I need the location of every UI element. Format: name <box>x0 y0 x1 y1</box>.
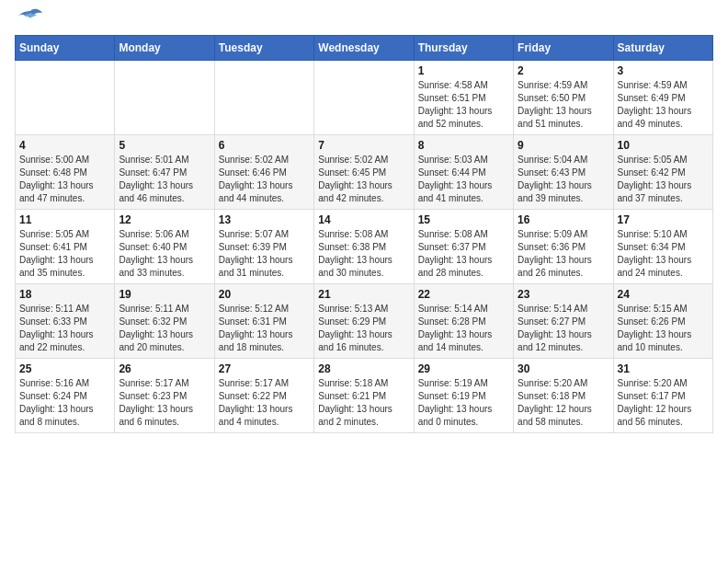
calendar-cell: 26Sunrise: 5:17 AM Sunset: 6:23 PM Dayli… <box>115 359 214 433</box>
day-number: 13 <box>219 213 310 226</box>
day-number: 24 <box>618 288 709 301</box>
day-number: 17 <box>618 213 709 226</box>
day-number: 5 <box>119 139 210 152</box>
day-number: 31 <box>618 362 709 375</box>
day-info: Sunrise: 5:17 AM Sunset: 6:22 PM Dayligh… <box>219 377 310 429</box>
calendar-week-row: 4Sunrise: 5:00 AM Sunset: 6:48 PM Daylig… <box>16 135 713 210</box>
day-info: Sunrise: 5:02 AM Sunset: 6:45 PM Dayligh… <box>318 154 409 205</box>
calendar-cell <box>16 61 115 135</box>
day-info: Sunrise: 5:03 AM Sunset: 6:44 PM Dayligh… <box>418 154 509 205</box>
calendar-cell: 29Sunrise: 5:19 AM Sunset: 6:19 PM Dayli… <box>414 359 513 433</box>
calendar-cell: 8Sunrise: 5:03 AM Sunset: 6:44 PM Daylig… <box>414 135 513 210</box>
calendar-cell: 5Sunrise: 5:01 AM Sunset: 6:47 PM Daylig… <box>115 135 214 210</box>
weekday-header-tuesday: Tuesday <box>214 36 313 61</box>
day-number: 3 <box>618 64 709 77</box>
day-info: Sunrise: 5:07 AM Sunset: 6:39 PM Dayligh… <box>219 228 310 280</box>
day-info: Sunrise: 5:11 AM Sunset: 6:33 PM Dayligh… <box>19 303 110 354</box>
calendar-week-row: 11Sunrise: 5:05 AM Sunset: 6:41 PM Dayli… <box>16 210 713 284</box>
day-number: 4 <box>19 139 110 152</box>
calendar-cell: 11Sunrise: 5:05 AM Sunset: 6:41 PM Dayli… <box>16 210 115 284</box>
calendar-cell: 23Sunrise: 5:14 AM Sunset: 6:27 PM Dayli… <box>514 284 613 359</box>
day-number: 30 <box>518 362 609 375</box>
day-number: 27 <box>219 362 310 375</box>
calendar-cell: 18Sunrise: 5:11 AM Sunset: 6:33 PM Dayli… <box>16 284 115 359</box>
day-info: Sunrise: 5:08 AM Sunset: 6:38 PM Dayligh… <box>318 228 409 280</box>
day-number: 18 <box>19 288 110 301</box>
page-header <box>15 15 713 28</box>
calendar-body: 1Sunrise: 4:58 AM Sunset: 6:51 PM Daylig… <box>16 61 713 433</box>
day-info: Sunrise: 5:04 AM Sunset: 6:43 PM Dayligh… <box>518 154 609 205</box>
calendar-cell: 2Sunrise: 4:59 AM Sunset: 6:50 PM Daylig… <box>514 61 613 135</box>
day-number: 8 <box>418 139 509 152</box>
calendar-cell: 20Sunrise: 5:12 AM Sunset: 6:31 PM Dayli… <box>214 284 313 359</box>
day-info: Sunrise: 4:58 AM Sunset: 6:51 PM Dayligh… <box>418 79 509 131</box>
day-info: Sunrise: 5:12 AM Sunset: 6:31 PM Dayligh… <box>219 303 310 354</box>
calendar-week-row: 25Sunrise: 5:16 AM Sunset: 6:24 PM Dayli… <box>16 359 713 433</box>
calendar-cell: 25Sunrise: 5:16 AM Sunset: 6:24 PM Dayli… <box>16 359 115 433</box>
day-info: Sunrise: 5:18 AM Sunset: 6:21 PM Dayligh… <box>318 377 409 429</box>
day-info: Sunrise: 5:02 AM Sunset: 6:46 PM Dayligh… <box>219 154 310 205</box>
day-info: Sunrise: 5:15 AM Sunset: 6:26 PM Dayligh… <box>618 303 709 354</box>
weekday-header-saturday: Saturday <box>613 36 712 61</box>
weekday-header-sunday: Sunday <box>16 36 115 61</box>
weekday-header-monday: Monday <box>115 36 214 61</box>
day-number: 15 <box>418 213 509 226</box>
day-info: Sunrise: 5:09 AM Sunset: 6:36 PM Dayligh… <box>518 228 609 280</box>
day-info: Sunrise: 5:11 AM Sunset: 6:32 PM Dayligh… <box>119 303 210 354</box>
logo-bird-icon <box>17 7 44 28</box>
day-info: Sunrise: 4:59 AM Sunset: 6:49 PM Dayligh… <box>618 79 709 131</box>
day-info: Sunrise: 5:00 AM Sunset: 6:48 PM Dayligh… <box>19 154 110 205</box>
calendar-cell: 22Sunrise: 5:14 AM Sunset: 6:28 PM Dayli… <box>414 284 513 359</box>
day-number: 7 <box>318 139 409 152</box>
day-number: 6 <box>219 139 310 152</box>
day-number: 16 <box>518 213 609 226</box>
weekday-header-friday: Friday <box>514 36 613 61</box>
day-info: Sunrise: 5:01 AM Sunset: 6:47 PM Dayligh… <box>119 154 210 205</box>
logo <box>15 15 44 28</box>
day-number: 29 <box>418 362 509 375</box>
calendar-week-row: 1Sunrise: 4:58 AM Sunset: 6:51 PM Daylig… <box>16 61 713 135</box>
day-number: 19 <box>119 288 210 301</box>
day-number: 14 <box>318 213 409 226</box>
calendar-cell: 27Sunrise: 5:17 AM Sunset: 6:22 PM Dayli… <box>214 359 313 433</box>
day-info: Sunrise: 5:17 AM Sunset: 6:23 PM Dayligh… <box>119 377 210 429</box>
day-info: Sunrise: 5:10 AM Sunset: 6:34 PM Dayligh… <box>618 228 709 280</box>
calendar-cell: 10Sunrise: 5:05 AM Sunset: 6:42 PM Dayli… <box>613 135 712 210</box>
day-number: 2 <box>518 64 609 77</box>
day-info: Sunrise: 5:20 AM Sunset: 6:18 PM Dayligh… <box>518 377 609 429</box>
calendar-cell: 12Sunrise: 5:06 AM Sunset: 6:40 PM Dayli… <box>115 210 214 284</box>
day-info: Sunrise: 5:20 AM Sunset: 6:17 PM Dayligh… <box>618 377 709 429</box>
calendar-cell <box>115 61 214 135</box>
calendar-cell: 1Sunrise: 4:58 AM Sunset: 6:51 PM Daylig… <box>414 61 513 135</box>
day-number: 25 <box>19 362 110 375</box>
day-number: 28 <box>318 362 409 375</box>
day-number: 1 <box>418 64 509 77</box>
calendar-week-row: 18Sunrise: 5:11 AM Sunset: 6:33 PM Dayli… <box>16 284 713 359</box>
day-info: Sunrise: 5:14 AM Sunset: 6:28 PM Dayligh… <box>418 303 509 354</box>
calendar-cell: 15Sunrise: 5:08 AM Sunset: 6:37 PM Dayli… <box>414 210 513 284</box>
calendar-cell: 13Sunrise: 5:07 AM Sunset: 6:39 PM Dayli… <box>214 210 313 284</box>
calendar-cell: 9Sunrise: 5:04 AM Sunset: 6:43 PM Daylig… <box>514 135 613 210</box>
calendar-cell: 28Sunrise: 5:18 AM Sunset: 6:21 PM Dayli… <box>314 359 414 433</box>
day-number: 9 <box>518 139 609 152</box>
day-number: 20 <box>219 288 310 301</box>
day-info: Sunrise: 5:08 AM Sunset: 6:37 PM Dayligh… <box>418 228 509 280</box>
weekday-header-thursday: Thursday <box>414 36 513 61</box>
calendar-cell: 30Sunrise: 5:20 AM Sunset: 6:18 PM Dayli… <box>514 359 613 433</box>
calendar-cell: 31Sunrise: 5:20 AM Sunset: 6:17 PM Dayli… <box>613 359 712 433</box>
day-number: 11 <box>19 213 110 226</box>
calendar-cell <box>214 61 313 135</box>
day-info: Sunrise: 5:16 AM Sunset: 6:24 PM Dayligh… <box>19 377 110 429</box>
calendar-cell: 14Sunrise: 5:08 AM Sunset: 6:38 PM Dayli… <box>314 210 414 284</box>
calendar-cell: 24Sunrise: 5:15 AM Sunset: 6:26 PM Dayli… <box>613 284 712 359</box>
day-info: Sunrise: 5:05 AM Sunset: 6:42 PM Dayligh… <box>618 154 709 205</box>
calendar-cell: 4Sunrise: 5:00 AM Sunset: 6:48 PM Daylig… <box>16 135 115 210</box>
day-number: 10 <box>618 139 709 152</box>
weekday-header-wednesday: Wednesday <box>314 36 414 61</box>
day-number: 26 <box>119 362 210 375</box>
calendar-cell: 7Sunrise: 5:02 AM Sunset: 6:45 PM Daylig… <box>314 135 414 210</box>
day-info: Sunrise: 5:14 AM Sunset: 6:27 PM Dayligh… <box>518 303 609 354</box>
day-number: 22 <box>418 288 509 301</box>
day-info: Sunrise: 5:05 AM Sunset: 6:41 PM Dayligh… <box>19 228 110 280</box>
day-info: Sunrise: 5:06 AM Sunset: 6:40 PM Dayligh… <box>119 228 210 280</box>
